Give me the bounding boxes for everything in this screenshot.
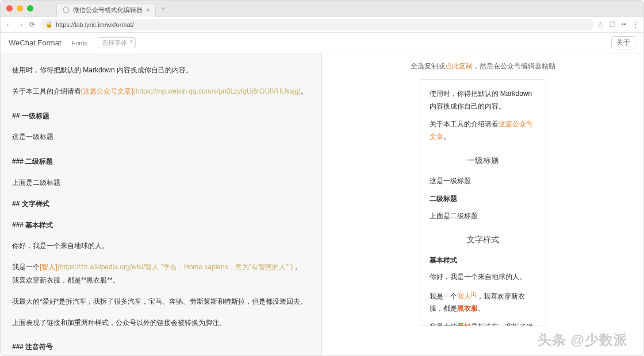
svg-point-0 [63, 7, 69, 13]
preview-h2: 基本样式 [430, 254, 536, 267]
titlebar: 微信公众号格式化编辑器 × + [1, 1, 643, 17]
close-tab-icon[interactable]: × [146, 6, 150, 13]
preview-strong: 爱好 [457, 323, 471, 326]
url-text: https://lab.lyric.im/wxformat/ [56, 21, 134, 28]
about-button[interactable]: 关于 [611, 36, 635, 49]
editor-line: 我是一个[智人](https://zh.wikipedia.org/wiki/智… [12, 261, 310, 287]
extension-icon[interactable]: •• [622, 21, 626, 29]
preview-h2: 二级标题 [430, 193, 536, 206]
editor-line: 上面是二级标题 [12, 176, 310, 189]
preview-device: 使用时，你得把默认的 Markdown 内容换成你自己的内容。 关于本工具的介绍… [420, 79, 546, 326]
app-header: WeChat Format Fonts 选择字体 关于 [1, 33, 643, 53]
app-brand: WeChat Format [9, 38, 62, 47]
new-tab-button[interactable]: + [160, 4, 165, 13]
preview-pane: 全选复制或点此复制，然后在公众号编辑器粘贴 使用时，你得把默认的 Markdow… [322, 53, 643, 355]
copy-link[interactable]: 点此复制 [445, 62, 473, 70]
maximize-window-icon[interactable] [27, 5, 33, 11]
close-window-icon[interactable] [6, 5, 13, 11]
watermark: 头条 @少数派 [538, 331, 628, 349]
preview-line: 上面是二级标题 [430, 210, 536, 223]
preview-strong: 黑衣服 [457, 304, 478, 312]
editor-heading: ## 文字样式 [12, 198, 310, 211]
tab-strip: 微信公众号格式化编辑器 × + [56, 1, 166, 17]
address-bar: ← → ⟳ 🔒 https://lab.lyric.im/wxformat/ ☆… [1, 17, 643, 33]
editor-line: 关于本工具的介绍请看[这篇公众号文章](https://mp.weixin.qq… [12, 85, 310, 98]
font-select[interactable]: 选择字体 [98, 37, 136, 48]
editor-line: 我最大的*爱好*是拆汽车，我拆了很多汽车，宝马、奔驰、劳斯莱斯和特斯拉，但是都没… [12, 295, 310, 308]
editor-heading: ## 一级标题 [12, 110, 310, 123]
copy-hint: 全选复制或点此复制，然后在公众号编辑器粘贴 [411, 53, 555, 79]
editor-url: (https://zh.wikipedia.org/wiki/智人 "学名：Ho… [57, 263, 293, 271]
bookmark-icon[interactable]: ❐ [610, 21, 616, 29]
back-button[interactable]: ← [5, 21, 13, 29]
reload-button[interactable]: ⟳ [28, 21, 36, 29]
browser-tab[interactable]: 微信公众号格式化编辑器 × [56, 3, 156, 17]
preview-line: 我最大的爱好是拆汽车，我拆了很多汽车，宝马、奔驰、劳斯莱斯和特斯拉，但是都没装回… [430, 321, 536, 326]
editor-line: 使用时，你得把默认的 Markdown 内容换成你自己的内容。 [12, 64, 310, 77]
workspace: 使用时，你得把默认的 Markdown 内容换成你自己的内容。 关于本工具的介绍… [1, 53, 643, 355]
editor-heading: ### 二级标题 [12, 155, 310, 168]
preview-h1: 文字样式 [430, 233, 536, 247]
page-favicon-icon [63, 6, 70, 13]
lock-icon: 🔒 [45, 21, 52, 28]
preview-h1: 一级标题 [430, 153, 536, 168]
preview-line: 这是一级标题 [430, 175, 536, 188]
editor-heading: ### 基本样式 [12, 219, 310, 232]
menu-icon[interactable]: ⋮ [632, 21, 639, 29]
font-label: Fonts [72, 40, 88, 47]
editor-link: [智人] [40, 263, 57, 271]
editor-line: 这是一级标题 [12, 130, 310, 144]
footnote-ref: [1] [471, 291, 477, 297]
preview-line: 使用时，你得把默认的 Markdown 内容换成你自己的内容。 [430, 88, 536, 113]
browser-window: 微信公众号格式化编辑器 × + ← → ⟳ 🔒 https://lab.lyri… [0, 0, 644, 356]
editor-line: 上面表现了链接和加重两种样式，公众号以外的链接会被转换为脚注。 [12, 316, 310, 330]
minimize-window-icon[interactable] [17, 5, 23, 11]
forward-button[interactable]: → [17, 21, 25, 29]
toolbar-right: ☆ ❐ •• ⋮ [597, 21, 639, 29]
markdown-editor[interactable]: 使用时，你得把默认的 Markdown 内容换成你自己的内容。 关于本工具的介绍… [1, 53, 322, 355]
editor-url: (https://mp.weixin.qq.com/s/pn0LzyfgUj6r… [133, 87, 301, 95]
preview-line: 关于本工具的介绍请看这篇公众号文章。 [430, 118, 536, 143]
url-input[interactable]: 🔒 https://lab.lyric.im/wxformat/ [40, 19, 594, 30]
tab-title: 微信公众号格式化编辑器 [73, 6, 143, 14]
editor-link: [这篇公众号文章] [81, 87, 133, 95]
editor-line: 你好，我是一个来自地球的人。 [12, 239, 310, 253]
preview-line: 我是一个智人[1]，我喜欢穿新衣服，都是黑衣服。 [430, 289, 536, 315]
preview-line: 你好，我是一个来自地球的人。 [430, 271, 536, 284]
preview-link[interactable]: 智人 [457, 292, 471, 300]
star-icon[interactable]: ☆ [597, 21, 604, 29]
window-controls [6, 5, 33, 11]
editor-heading: ### 注音符号 [12, 340, 310, 354]
